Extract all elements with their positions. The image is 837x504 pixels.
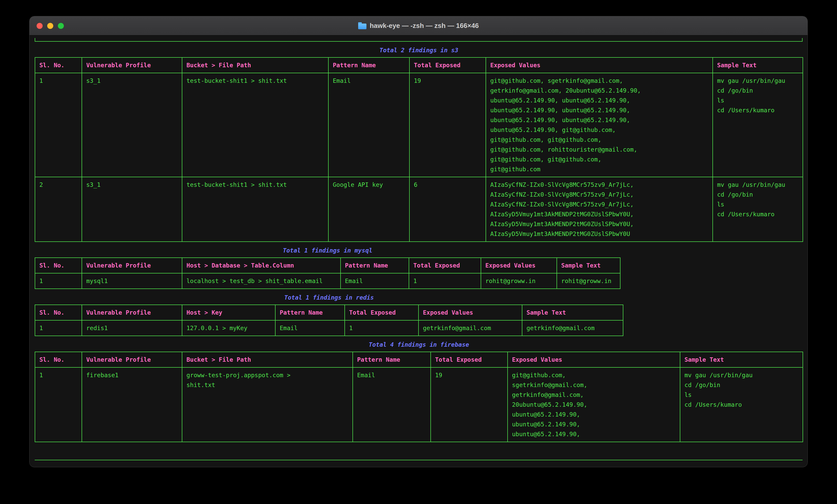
cell-bucket-file-path: groww-test-proj.appspot.com > shit.txt xyxy=(182,367,353,442)
header-sl-no: Sl. No. xyxy=(35,258,82,273)
cell-sl-no: 2 xyxy=(35,177,82,242)
cell-pattern-name: Google API key xyxy=(328,177,409,242)
cell-sample-text: getrkinfo@gmail.com xyxy=(522,320,623,336)
cell-exposed-values: git@github.com, sgetrkinfo@gmail.com, ge… xyxy=(486,73,713,177)
cell-vulnerable-profile: redis1 xyxy=(82,320,182,336)
cell-total-exposed: 6 xyxy=(409,177,486,242)
header-vulnerable-profile: Vulnerable Profile xyxy=(82,57,182,73)
cell-vulnerable-profile: s3_1 xyxy=(82,73,182,177)
findings-section-redis: Total 1 findings in redis Sl. No. Vulner… xyxy=(35,292,803,336)
cell-vulnerable-profile: s3_1 xyxy=(82,177,182,242)
header-sl-no: Sl. No. xyxy=(35,305,82,320)
cell-sample-text: mv gau /usr/bin/gau cd /go/bin ls cd /Us… xyxy=(713,73,803,177)
cell-bucket-file-path: test-bucket-shit1 > shit.txt xyxy=(182,73,328,177)
header-sl-no: Sl. No. xyxy=(35,352,82,367)
header-sl-no: Sl. No. xyxy=(35,57,82,73)
header-pattern-name: Pattern Name xyxy=(353,352,431,367)
header-vulnerable-profile: Vulnerable Profile xyxy=(82,352,182,367)
section-title-mysql: Total 1 findings in mysql xyxy=(35,245,621,255)
terminal-bottom-mask xyxy=(30,460,807,467)
cell-total-exposed: 1 xyxy=(409,273,481,289)
findings-section-firebase: Total 4 findings in firebase Sl. No. Vul… xyxy=(35,339,803,442)
findings-section-s3: Total 2 findings in s3 Sl. No. Vulnerabl… xyxy=(35,45,803,242)
findings-table-firebase: Sl. No. Vulnerable Profile Bucket > File… xyxy=(35,352,803,442)
header-pattern-name: Pattern Name xyxy=(275,305,345,320)
folder-icon xyxy=(358,23,367,29)
header-row: Sl. No. Vulnerable Profile Bucket > File… xyxy=(35,352,803,367)
cell-sample-text: mv gau /usr/bin/gau cd /go/bin ls cd /Us… xyxy=(713,177,803,242)
cell-sample-text: mv gau /usr/bin/gau cd /go/bin ls cd /Us… xyxy=(680,367,803,442)
section-title-s3: Total 2 findings in s3 xyxy=(35,45,803,55)
header-sample-text: Sample Text xyxy=(557,258,620,273)
cell-sl-no: 1 xyxy=(35,73,82,177)
cell-bucket-file-path: test-bucket-shit1 > shit.txt xyxy=(182,177,328,242)
cell-sl-no: 1 xyxy=(35,367,82,442)
cell-exposed-values: rohit@groww.in xyxy=(481,273,557,289)
cell-sample-text: rohit@groww.in xyxy=(557,273,620,289)
section-title-redis: Total 1 findings in redis xyxy=(35,293,623,302)
section-title-firebase: Total 4 findings in firebase xyxy=(35,340,803,350)
header-total-exposed: Total Exposed xyxy=(409,57,486,73)
header-bucket-file-path: Bucket > File Path xyxy=(182,57,328,73)
close-button[interactable] xyxy=(36,23,43,29)
header-exposed-values: Exposed Values xyxy=(418,305,522,320)
cell-total-exposed: 19 xyxy=(431,367,507,442)
header-exposed-values: Exposed Values xyxy=(481,258,557,273)
cell-host-database-column: localhost > test_db > shit_table.email xyxy=(182,273,341,289)
header-pattern-name: Pattern Name xyxy=(328,57,409,73)
minimize-button[interactable] xyxy=(47,23,53,29)
header-total-exposed: Total Exposed xyxy=(431,352,507,367)
cell-total-exposed: 19 xyxy=(409,73,486,177)
table-row: 1 mysql1 localhost > test_db > shit_tabl… xyxy=(35,273,620,289)
header-exposed-values: Exposed Values xyxy=(507,352,680,367)
cell-pattern-name: Email xyxy=(275,320,345,336)
header-sample-text: Sample Text xyxy=(713,57,803,73)
findings-table-redis: Sl. No. Vulnerable Profile Host > Key Pa… xyxy=(35,304,623,336)
window-titlebar[interactable]: hawk-eye — -zsh — zsh — 166×46 xyxy=(30,16,807,35)
table-row: 1 s3_1 test-bucket-shit1 > shit.txt Emai… xyxy=(35,73,803,177)
header-row: Sl. No. Vulnerable Profile Host > Databa… xyxy=(35,258,620,273)
table-row: 1 firebase1 groww-test-proj.appspot.com … xyxy=(35,367,803,442)
terminal-output[interactable]: Total 2 findings in s3 Sl. No. Vulnerabl… xyxy=(30,35,807,467)
header-sample-text: Sample Text xyxy=(522,305,623,320)
findings-table-mysql: Sl. No. Vulnerable Profile Host > Databa… xyxy=(35,258,621,289)
traffic-lights xyxy=(30,16,64,35)
header-exposed-values: Exposed Values xyxy=(486,57,713,73)
cell-pattern-name: Email xyxy=(341,273,409,289)
zoom-button[interactable] xyxy=(58,23,64,29)
cell-exposed-values: AIzaSyCfNZ-IZx0-SlVcVg8MCr575zv9_Ar7jLc,… xyxy=(486,177,713,242)
window-title-text: hawk-eye — -zsh — zsh — 166×46 xyxy=(370,22,479,30)
cell-exposed-values: getrkinfo@gmail.com xyxy=(418,320,522,336)
window-title: hawk-eye — -zsh — zsh — 166×46 xyxy=(30,22,807,30)
cell-exposed-values: git@github.com, sgetrkinfo@gmail.com, ge… xyxy=(507,367,680,442)
findings-section-mysql: Total 1 findings in mysql Sl. No. Vulner… xyxy=(35,245,803,289)
header-pattern-name: Pattern Name xyxy=(341,258,409,273)
cell-total-exposed: 1 xyxy=(345,320,418,336)
table-row: 1 redis1 127.0.0.1 > myKey Email 1 getrk… xyxy=(35,320,623,336)
cell-host-key: 127.0.0.1 > myKey xyxy=(182,320,275,336)
header-row: Sl. No. Vulnerable Profile Bucket > File… xyxy=(35,57,803,73)
header-vulnerable-profile: Vulnerable Profile xyxy=(82,258,182,273)
cell-sl-no: 1 xyxy=(35,320,82,336)
header-host-database-column: Host > Database > Table.Column xyxy=(182,258,341,273)
header-host-key: Host > Key xyxy=(182,305,275,320)
cell-sl-no: 1 xyxy=(35,273,82,289)
cell-pattern-name: Email xyxy=(328,73,409,177)
header-total-exposed: Total Exposed xyxy=(345,305,418,320)
previous-table-bottom-border xyxy=(35,38,803,42)
cell-vulnerable-profile: mysql1 xyxy=(82,273,182,289)
header-row: Sl. No. Vulnerable Profile Host > Key Pa… xyxy=(35,305,623,320)
terminal-window: hawk-eye — -zsh — zsh — 166×46 Total 2 f… xyxy=(29,16,808,467)
header-vulnerable-profile: Vulnerable Profile xyxy=(82,305,182,320)
clipped-table-border-line xyxy=(35,460,803,460)
cell-vulnerable-profile: firebase1 xyxy=(82,367,182,442)
cell-pattern-name: Email xyxy=(353,367,431,442)
header-total-exposed: Total Exposed xyxy=(409,258,481,273)
findings-table-s3: Sl. No. Vulnerable Profile Bucket > File… xyxy=(35,57,803,242)
header-sample-text: Sample Text xyxy=(680,352,803,367)
header-bucket-file-path: Bucket > File Path xyxy=(182,352,353,367)
table-row: 2 s3_1 test-bucket-shit1 > shit.txt Goog… xyxy=(35,177,803,242)
